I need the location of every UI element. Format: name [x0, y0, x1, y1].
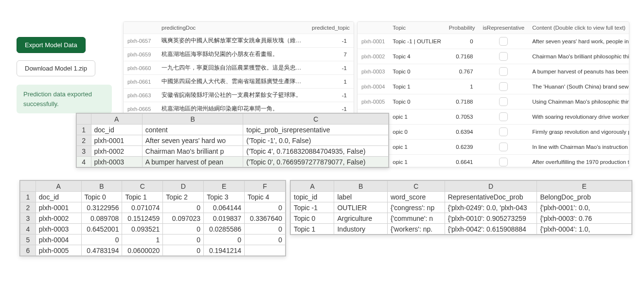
- cell[interactable]: {'plxh-0042': 0.615908884: [445, 224, 537, 234]
- topic-row-rep[interactable]: [479, 79, 529, 94]
- cell[interactable]: 0.089708: [81, 213, 122, 224]
- cell[interactable]: 0.1512459: [122, 213, 163, 224]
- cell[interactable]: 0: [163, 202, 204, 213]
- cell[interactable]: Topic 4: [245, 192, 286, 202]
- topic-row-topic[interactable]: Topic 4: [389, 49, 445, 64]
- sheet3-col-D[interactable]: D: [445, 181, 537, 192]
- cell[interactable]: ('Topic 0', 0.7669597277879077, False): [243, 157, 389, 167]
- sheet3-col-E[interactable]: E: [537, 181, 632, 192]
- pred-col-id[interactable]: [124, 22, 158, 34]
- topic-row-prob[interactable]: 0.7053: [445, 109, 479, 125]
- topic-row-id[interactable]: plxh-0003: [358, 64, 389, 79]
- cell[interactable]: 0.1941214: [204, 245, 245, 256]
- cell[interactable]: After seven years' hard wo: [142, 135, 243, 146]
- topic-col-topic[interactable]: Topic: [389, 22, 445, 34]
- sheet1-row-4[interactable]: 4: [77, 157, 91, 167]
- topic-row-content[interactable]: With soaring revolutionary drive workers…: [528, 109, 629, 125]
- cell[interactable]: Topic -1: [291, 202, 334, 213]
- cell[interactable]: A bumper harvest of pean: [142, 157, 243, 167]
- cell[interactable]: {'congress': np: [387, 202, 445, 213]
- topic-row-topic[interactable]: Topic -1 | OUTLIER: [389, 34, 445, 49]
- topic-row-topic[interactable]: opic 0: [389, 125, 445, 140]
- cell[interactable]: plxh-0002: [36, 213, 81, 224]
- topic-col-content[interactable]: Content (Double click to view full text): [528, 22, 629, 34]
- export-model-data-button[interactable]: Export Model Data: [17, 37, 86, 53]
- cell[interactable]: {'commune': n: [387, 213, 445, 224]
- cell[interactable]: Topic 1: [291, 224, 334, 234]
- topic-row-prob[interactable]: 0.6394: [445, 125, 479, 140]
- cell[interactable]: 0: [163, 245, 204, 256]
- checkbox-icon[interactable]: [499, 37, 508, 46]
- topic-row-rep[interactable]: [479, 94, 529, 109]
- cell[interactable]: plxh-0004: [36, 234, 81, 245]
- checkbox-icon[interactable]: [499, 97, 508, 106]
- topic-row-rep[interactable]: [479, 34, 529, 49]
- topic-row-topic[interactable]: opic 1: [389, 155, 445, 168]
- cell[interactable]: OUTLIER: [334, 202, 388, 213]
- topic-row-content[interactable]: A bumper harvest of peanuts has been gat…: [528, 64, 629, 79]
- cell[interactable]: label: [334, 192, 388, 202]
- download-model-zip-button[interactable]: Download Model 1.zip: [17, 60, 95, 76]
- cell[interactable]: 0.6452001: [81, 224, 122, 234]
- cell[interactable]: {'plxh-0004': 1.0,: [537, 224, 632, 234]
- checkbox-icon[interactable]: [499, 67, 508, 76]
- cell[interactable]: 0: [245, 224, 286, 234]
- topic-row-content[interactable]: Chairman Mao's brilliant philosophic thi…: [528, 49, 629, 64]
- pred-row-topic[interactable]: 1: [308, 75, 354, 89]
- cell[interactable]: 0.071074: [122, 202, 163, 213]
- sheet1-row-3[interactable]: 3: [77, 146, 91, 157]
- pred-row-text[interactable]: 安徽省皖南陵縣圩湖公社的一支農村業餘女子籃球隊。: [158, 89, 308, 102]
- pred-col-topic[interactable]: predicted_topic: [308, 22, 354, 34]
- cell[interactable]: 0: [245, 234, 286, 245]
- cell[interactable]: BelongDoc_prob: [537, 192, 632, 202]
- sheet2-col-C[interactable]: C: [122, 181, 163, 192]
- cell[interactable]: 0: [245, 202, 286, 213]
- topic-row-content[interactable]: Firmly grasp revolution and vigorously p…: [528, 125, 629, 140]
- topic-row-rep[interactable]: [479, 64, 529, 79]
- pred-row-text[interactable]: 颯爽英姿的中國人民解放軍空軍女跳傘員嚴玫瑰（維吾爾族）。: [158, 34, 308, 48]
- pred-row-id[interactable]: plxh-0661: [124, 75, 158, 89]
- cell[interactable]: 0.3122956: [81, 202, 122, 213]
- cell[interactable]: Argriculture: [334, 213, 388, 224]
- cell[interactable]: {'plxh-0001': 0.0,: [537, 202, 632, 213]
- sheet1-col-C[interactable]: C: [243, 114, 389, 125]
- checkbox-icon[interactable]: [499, 52, 508, 61]
- topic-row-prob[interactable]: 0.7168: [445, 49, 479, 64]
- sheet3-col-C[interactable]: C: [387, 181, 445, 192]
- topic-col-id[interactable]: [358, 22, 389, 34]
- cell[interactable]: plxh-0003: [36, 224, 81, 234]
- checkbox-icon[interactable]: [499, 82, 508, 91]
- topic-row-prob[interactable]: 0: [445, 34, 479, 49]
- pred-row-id[interactable]: plxh-0659: [124, 48, 158, 61]
- topic-row-topic[interactable]: Topic 0: [389, 94, 445, 109]
- cell[interactable]: 0.0285586: [204, 224, 245, 234]
- cell[interactable]: Topic 2: [163, 192, 204, 202]
- topic-row-content[interactable]: In line with Chairman Mao's instruction …: [528, 140, 629, 155]
- topic-row-id[interactable]: plxh-0002: [358, 49, 389, 64]
- topic-row-content[interactable]: Using Chainman Mao's philosophic thinkin…: [528, 94, 629, 109]
- cell[interactable]: Topic 0: [81, 192, 122, 202]
- cell[interactable]: plxh-0002: [91, 146, 142, 157]
- cell[interactable]: Topic 3: [204, 192, 245, 202]
- cell[interactable]: 0.3367640: [245, 213, 286, 224]
- cell[interactable]: topic_id: [291, 192, 334, 202]
- cell[interactable]: [245, 245, 286, 256]
- pred-row-id[interactable]: plxh-0660: [124, 61, 158, 75]
- checkbox-icon[interactable]: [499, 158, 508, 166]
- cell[interactable]: doc_id: [91, 125, 142, 135]
- topic-row-prob[interactable]: 1: [445, 79, 479, 94]
- topic-row-topic[interactable]: opic 1: [389, 109, 445, 125]
- cell[interactable]: plxh-0003: [91, 157, 142, 167]
- cell[interactable]: 0.097023: [163, 213, 204, 224]
- sheet2-row-4[interactable]: 4: [20, 224, 36, 234]
- topic-row-prob[interactable]: 0.7188: [445, 94, 479, 109]
- cell[interactable]: 0: [163, 224, 204, 234]
- pred-row-topic[interactable]: -1: [308, 34, 354, 48]
- cell[interactable]: RepresentativeDoc_prob: [445, 192, 537, 202]
- sheet2-col-D[interactable]: D: [163, 181, 204, 192]
- topic-row-rep[interactable]: [479, 49, 529, 64]
- cell[interactable]: plxh-0001: [91, 135, 142, 146]
- cell[interactable]: 1: [122, 234, 163, 245]
- cell[interactable]: 0: [163, 234, 204, 245]
- sheet-corner[interactable]: [77, 114, 91, 125]
